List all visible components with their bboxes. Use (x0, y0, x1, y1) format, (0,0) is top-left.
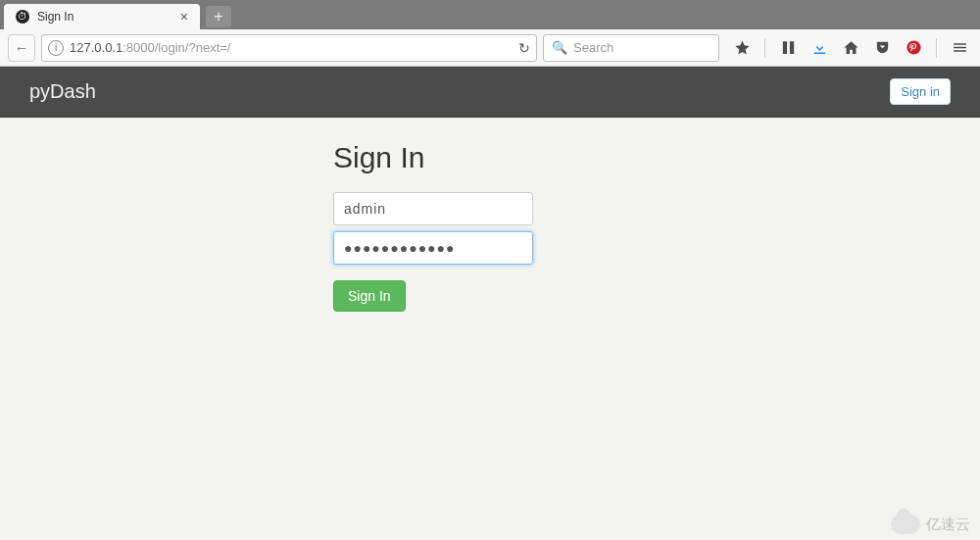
app-navbar: pyDash Sign in (0, 67, 980, 118)
bookmark-star-icon[interactable] (733, 39, 751, 57)
watermark: 亿速云 (891, 515, 970, 534)
search-icon: 🔍 (552, 40, 567, 55)
login-page: Sign In Sign In (0, 118, 980, 312)
tab-close-icon[interactable]: × (180, 9, 188, 25)
downloads-icon[interactable] (810, 39, 828, 57)
tab-strip: ⏱ Sign In × + (0, 0, 980, 29)
tab-title: Sign In (37, 10, 172, 24)
tab-favicon: ⏱ (16, 10, 29, 24)
new-tab-button[interactable]: + (206, 6, 231, 27)
cloud-icon (891, 515, 920, 534)
brand-title: pyDash (29, 80, 96, 103)
username-input[interactable] (344, 201, 522, 217)
pinterest-icon[interactable] (905, 39, 922, 57)
search-placeholder: Search (573, 40, 613, 55)
signin-submit-button[interactable]: Sign In (333, 280, 406, 312)
home-icon[interactable] (842, 39, 859, 57)
site-info-icon[interactable]: i (48, 40, 64, 56)
username-field[interactable] (333, 192, 533, 225)
browser-tab-active[interactable]: ⏱ Sign In × (4, 4, 200, 29)
watermark-text: 亿速云 (926, 515, 970, 534)
reading-list-icon[interactable] (779, 39, 797, 57)
browser-chrome: ⏱ Sign In × + ← i 127.0.0.1:8000/login/?… (0, 0, 980, 67)
arrow-left-icon: ← (15, 39, 29, 56)
password-field[interactable] (333, 231, 533, 265)
page-heading: Sign In (333, 141, 980, 174)
back-button[interactable]: ← (8, 34, 35, 62)
menu-icon[interactable] (951, 39, 968, 57)
pocket-icon[interactable] (873, 39, 891, 57)
toolbar-icons (725, 38, 972, 58)
toolbar-separator (936, 38, 937, 58)
url-path: :8000/login/?next=/ (122, 40, 230, 55)
browser-toolbar: ← i 127.0.0.1:8000/login/?next=/ ↻ 🔍 Sea… (0, 29, 980, 67)
address-bar[interactable]: i 127.0.0.1:8000/login/?next=/ ↻ (41, 34, 537, 62)
url-host: 127.0.0.1 (70, 40, 122, 55)
nav-signin-button[interactable]: Sign in (890, 78, 951, 105)
svg-point-0 (906, 40, 920, 54)
toolbar-separator (764, 38, 765, 58)
search-bar[interactable]: 🔍 Search (543, 34, 719, 62)
password-input[interactable] (344, 240, 522, 256)
reload-icon[interactable]: ↻ (518, 40, 530, 56)
